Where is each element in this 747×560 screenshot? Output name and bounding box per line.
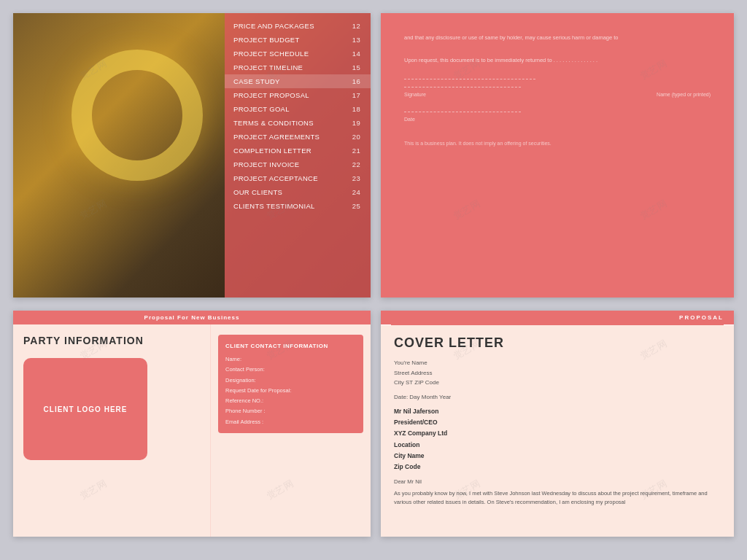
cover-letter-body: COVER LETTER You're NameStreet AddressCi…	[381, 325, 734, 537]
cover-letter-recipient: Mr Nil JafersonPresident/CEOXYZ Company …	[394, 406, 721, 473]
bottom-header-label: Proposal For New Business	[144, 314, 240, 321]
menu-item-page: 16	[352, 77, 360, 85]
cover-letter-date: Date: Day Month Year	[394, 394, 721, 400]
cover-letter-address: You're NameStreet AddressCity ST ZIP Cod…	[394, 358, 721, 388]
recipient-line: Zip Code	[394, 462, 721, 472]
menu-item-label: PRICE AND PACKAGES	[233, 22, 352, 30]
contact-field: Request Date for Proposal:	[225, 386, 356, 396]
proposal-label: PROPOSAL	[679, 314, 724, 321]
client-logo-box: CLIENT LOGO HERE	[23, 358, 147, 460]
menu-item-page: 19	[352, 119, 360, 127]
menu-item-label: PROJECT AGREEMENTS	[233, 133, 352, 141]
menu-item-label: PROJECT PROPOSAL	[233, 91, 352, 99]
sig-dashed-line-2	[404, 87, 521, 88]
bottom-left-body: PARTY INFORMATION CLIENT LOGO HERE CLIEN…	[13, 324, 371, 537]
address-line: Street Address	[394, 368, 721, 378]
menu-item-page: 12	[352, 22, 360, 30]
menu-item-completion-letter: COMPLETION LETTER21	[225, 144, 371, 158]
menu-item-our-clients: OUR CLIENTS24	[225, 185, 371, 199]
menu-item-label: PROJECT INVOICE	[233, 160, 352, 168]
proposal-header: PROPOSAL	[381, 311, 734, 324]
name-label: Name (typed or printed)	[657, 90, 711, 98]
bottom-right-panel: PROPOSAL COVER LETTER You're NameStreet …	[381, 311, 734, 537]
address-line: City ST ZIP Code	[394, 378, 721, 388]
confidentiality-panel: and that any disclosure or use of same b…	[381, 13, 734, 298]
menu-item-label: PROJECT TIMELINE	[233, 63, 352, 71]
menu-item-page: 23	[352, 174, 360, 182]
bottom-row: Proposal For New Business PARTY INFORMAT…	[13, 311, 734, 537]
recipient-line: XYZ Company Ltd	[394, 428, 721, 439]
securities-note: This is a business plan. It does not imp…	[404, 139, 711, 147]
menu-item-project-acceptance: PROJECT ACCEPTANCE23	[225, 171, 371, 185]
menu-item-project-budget: PROJECT BUDGET13	[225, 33, 371, 47]
cover-letter-text: As you probably know by now, I met with …	[394, 489, 721, 507]
top-row: PRICE AND PACKAGES12PROJECT BUDGET13PROJ…	[13, 13, 734, 298]
menu-item-project-schedule: PROJECT SCHEDULE14	[225, 47, 371, 61]
ring-decoration	[71, 50, 203, 181]
menu-item-page: 13	[352, 36, 360, 44]
menu-item-page: 24	[352, 188, 360, 196]
menu-item-terms-&-conditions: TERMS & CONDITIONS19	[225, 116, 371, 130]
menu-item-page: 18	[352, 105, 360, 113]
recipient-line: City Name	[394, 451, 721, 462]
party-info-col: PARTY INFORMATION CLIENT LOGO HERE	[13, 324, 210, 537]
signature-row: Signature Name (typed or printed)	[404, 90, 711, 98]
menu-item-label: OUR CLIENTS	[233, 188, 352, 196]
confidentiality-text: and that any disclosure or use of same b…	[404, 34, 711, 43]
address-line: You're Name	[394, 358, 721, 368]
date-dashed-line	[404, 112, 521, 112]
contact-fields: Name:Contact Person:Designation:Request …	[225, 354, 356, 427]
sig-dashed-line-1	[404, 79, 535, 79]
menu-item-label: COMPLETION LETTER	[233, 147, 352, 155]
recipient-line: President/CEO	[394, 417, 721, 428]
menu-item-price-and-packages: PRICE AND PACKAGES12	[225, 19, 371, 33]
menu-item-clients-testimonial: CLIENTS TESTIMONIAL25	[225, 199, 371, 213]
contact-field: Designation:	[225, 376, 356, 386]
contact-field: Phone Number :	[225, 406, 356, 416]
cover-letter-title: COVER LETTER	[394, 335, 721, 351]
contact-info-title: CLIENT CONTACT INFORMATION	[225, 341, 356, 351]
client-contact-box: CLIENT CONTACT INFORMATION Name:Contact …	[218, 335, 363, 433]
table-of-contents-menu: PRICE AND PACKAGES12PROJECT BUDGET13PROJ…	[225, 13, 371, 298]
menu-item-label: PROJECT GOAL	[233, 105, 352, 113]
contact-field: Reference NO.:	[225, 396, 356, 406]
menu-item-label: PROJECT SCHEDULE	[233, 50, 352, 58]
client-logo-text: CLIENT LOGO HERE	[44, 405, 128, 413]
date-label: Date	[404, 115, 711, 123]
menu-item-page: 21	[352, 147, 360, 155]
recipient-line: Location	[394, 440, 721, 451]
menu-item-page: 22	[352, 160, 360, 168]
menu-item-case-study: CASE STUDY16	[225, 74, 371, 88]
contact-field: Contact Person:	[225, 365, 356, 375]
bottom-left-panel: Proposal For New Business PARTY INFORMAT…	[13, 311, 371, 537]
menu-item-project-timeline: PROJECT TIMELINE15	[225, 61, 371, 74]
menu-item-label: PROJECT BUDGET	[233, 36, 352, 44]
contact-field: Name:	[225, 354, 356, 365]
menu-item-page: 17	[352, 91, 360, 99]
menu-item-page: 25	[352, 202, 360, 210]
menu-item-label: CLIENTS TESTIMONIAL	[233, 202, 352, 210]
contact-field: Email Address :	[225, 417, 356, 427]
menu-item-page: 20	[352, 133, 360, 141]
menu-item-project-goal: PROJECT GOAL18	[225, 102, 371, 116]
left-panel-top: PRICE AND PACKAGES12PROJECT BUDGET13PROJ…	[13, 13, 371, 298]
party-info-title: PARTY INFORMATION	[23, 335, 200, 346]
menu-item-project-agreements: PROJECT AGREEMENTS20	[225, 130, 371, 144]
menu-item-page: 14	[352, 50, 360, 58]
menu-item-label: PROJECT ACCEPTANCE	[233, 174, 352, 182]
menu-item-project-invoice: PROJECT INVOICE22	[225, 158, 371, 171]
client-contact-col: CLIENT CONTACT INFORMATION Name:Contact …	[210, 324, 371, 537]
menu-item-label: TERMS & CONDITIONS	[233, 119, 352, 127]
recipient-line: Mr Nil Jaferson	[394, 406, 721, 417]
bottom-left-header: Proposal For New Business	[13, 311, 371, 324]
cover-letter-salutation: Dear Mr Nil	[394, 478, 721, 486]
menu-item-label: CASE STUDY	[233, 77, 352, 85]
signature-label: Signature	[404, 90, 426, 98]
menu-item-project-proposal: PROJECT PROPOSAL17	[225, 88, 371, 102]
menu-item-page: 15	[352, 63, 360, 71]
return-text: Upon request, this document is to be imm…	[404, 56, 711, 66]
